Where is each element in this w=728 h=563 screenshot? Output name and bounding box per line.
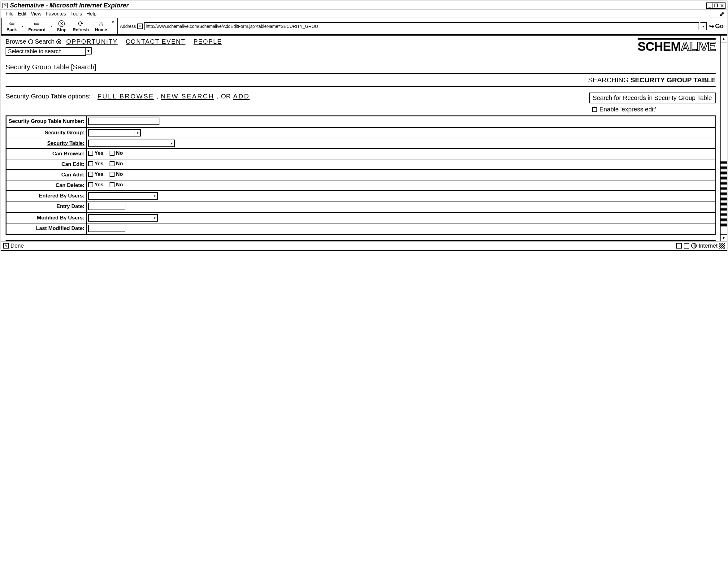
refresh-icon: ⟳ — [78, 20, 84, 27]
go-button[interactable]: ↪ Go — [708, 23, 725, 30]
address-value: http://www.schemalive.com/Schemalive/Add… — [146, 24, 318, 29]
menu-help[interactable]: Help — [86, 11, 97, 17]
chevron-down-icon: ▾ — [152, 215, 157, 221]
go-icon: ↪ — [709, 23, 714, 30]
menu-tools[interactable]: Tools — [71, 11, 82, 17]
label-last-modified: Last Modified Date: — [7, 223, 87, 234]
can-add-yes[interactable] — [88, 172, 93, 177]
select-entered-by[interactable]: ▾ — [88, 192, 158, 200]
address-input[interactable]: http://www.schemalive.com/Schemalive/Add… — [144, 22, 699, 30]
stop-icon: ⓧ — [58, 20, 65, 27]
searching-heading: SEARCHING SECURITY GROUP TABLE — [6, 74, 716, 87]
menu-favorites[interactable]: Favorites — [46, 11, 66, 17]
browse-label: Browse — [6, 38, 26, 45]
label-security-table[interactable]: Security Table: — [7, 138, 87, 148]
vertical-scrollbar[interactable]: ▴ ▾ — [720, 36, 727, 241]
menu-file[interactable]: File — [6, 11, 14, 17]
minimize-button[interactable]: _ — [706, 2, 713, 9]
back-dropdown[interactable]: ▾ — [20, 24, 25, 28]
label-security-group[interactable]: Security Group: — [7, 128, 87, 138]
label-entered-by[interactable]: Entered By Users: — [7, 191, 87, 201]
toolbar-overflow[interactable]: » — [110, 18, 116, 25]
express-edit-label: Enable 'express edit' — [600, 106, 656, 113]
can-delete-no[interactable] — [110, 182, 115, 187]
input-entry-date[interactable] — [88, 203, 125, 210]
search-radio[interactable] — [56, 39, 61, 44]
menu-view[interactable]: View — [31, 11, 41, 17]
top-nav: Browse Search OPPORTUNITY CONTACT EVENT … — [6, 38, 716, 56]
chevron-down-icon: ▾ — [135, 130, 140, 136]
nav-people[interactable]: PEOPLE — [193, 38, 222, 45]
can-edit-no[interactable] — [110, 161, 115, 166]
maximize-button[interactable]: ❐ — [713, 2, 719, 9]
form-bottom-rule — [6, 236, 716, 241]
forward-dropdown[interactable]: ▾ — [49, 24, 54, 28]
menubar: File Edit View Favorites Tools Help 🖉 — [1, 10, 727, 18]
label-modified-by[interactable]: Modified By Users: — [7, 213, 87, 223]
menu-edit[interactable]: Edit — [18, 11, 27, 17]
label-number: Security Group Table Number: — [7, 116, 87, 127]
link-new-search[interactable]: NEW SEARCH — [161, 93, 214, 100]
schemalive-logo: SCHEMALIVE — [638, 38, 716, 54]
forward-arrow-icon: ⇨ — [34, 20, 40, 27]
stop-button[interactable]: ⓧ Stop — [54, 20, 70, 32]
link-full-browse[interactable]: FULL BROWSE — [97, 93, 154, 100]
browse-radio[interactable] — [28, 39, 33, 44]
scroll-down-button[interactable]: ▾ — [721, 234, 727, 241]
status-pane-2 — [684, 243, 689, 249]
forward-button[interactable]: ⇨ Forward — [25, 20, 48, 32]
home-button[interactable]: ⌂ Home — [92, 20, 110, 32]
chevron-down-icon: ▾ — [169, 140, 174, 146]
content-area: Browse Search OPPORTUNITY CONTACT EVENT … — [1, 35, 727, 241]
address-page-icon: ✎ — [137, 24, 143, 29]
back-button[interactable]: ⇦ Back — [3, 20, 20, 32]
can-add-no[interactable] — [110, 172, 115, 177]
close-button[interactable]: ✕ — [719, 2, 726, 9]
address-label: Address — [120, 24, 136, 29]
nav-opportunity[interactable]: OPPORTUNITY — [66, 38, 118, 45]
status-page-icon: ✎ — [3, 243, 9, 249]
window-title: Schemalive - Microsoft Internet Explorer — [10, 2, 128, 9]
select-security-table[interactable]: ▾ — [88, 140, 175, 147]
can-browse-yes[interactable] — [88, 151, 93, 156]
label-can-delete: Can Delete: — [7, 180, 87, 190]
zone-label: Internet — [699, 243, 717, 249]
table-select[interactable]: Select table to search — [6, 47, 86, 56]
express-edit-checkbox[interactable] — [592, 107, 597, 112]
input-last-modified[interactable] — [88, 225, 125, 232]
window-controls: _ ❐ ✕ — [707, 2, 726, 9]
nav-contact-event[interactable]: CONTACT EVENT — [126, 38, 185, 45]
label-can-edit: Can Edit: — [7, 159, 87, 169]
ie-logo-icon: 🖉 — [718, 11, 726, 17]
search-form: Security Group Table Number: Security Gr… — [6, 115, 716, 235]
scroll-up-button[interactable]: ▴ — [721, 36, 727, 42]
search-button[interactable]: Search for Records in Security Group Tab… — [589, 93, 716, 103]
page-icon: ✎ — [2, 3, 8, 8]
browser-window: ✎ Schemalive - Microsoft Internet Explor… — [1, 1, 727, 251]
label-can-browse: Can Browse: — [7, 149, 87, 159]
can-browse-no[interactable] — [110, 151, 115, 156]
select-modified-by[interactable]: ▾ — [88, 214, 158, 222]
options-label: Security Group Table options: — [6, 93, 91, 100]
refresh-button[interactable]: ⟳ Refresh — [70, 20, 92, 32]
status-text: Done — [11, 243, 24, 249]
can-edit-yes[interactable] — [88, 161, 93, 166]
toolbar: ⇦ Back ▾ ⇨ Forward ▾ ⓧ Stop ⟳ Refresh ⌂ … — [1, 18, 727, 35]
address-dropdown[interactable]: ▾ — [700, 22, 707, 30]
back-arrow-icon: ⇦ — [9, 20, 15, 27]
label-entry-date: Entry Date: — [7, 201, 87, 212]
label-can-add: Can Add: — [7, 170, 87, 180]
can-delete-yes[interactable] — [88, 182, 93, 187]
select-security-group[interactable]: ▾ — [88, 129, 141, 136]
link-add[interactable]: ADD — [233, 93, 249, 100]
home-icon: ⌂ — [99, 20, 103, 27]
search-label: Search — [35, 38, 54, 45]
scroll-thumb[interactable] — [721, 159, 727, 227]
table-select-arrow[interactable]: ▾ — [85, 47, 92, 54]
resize-grip[interactable] — [719, 243, 725, 249]
status-pane-1 — [676, 243, 682, 249]
input-number[interactable] — [88, 118, 159, 125]
page-title: Security Group Table [Search] — [6, 63, 716, 74]
titlebar: ✎ Schemalive - Microsoft Internet Explor… — [1, 1, 727, 10]
viewport: Browse Search OPPORTUNITY CONTACT EVENT … — [1, 36, 720, 241]
